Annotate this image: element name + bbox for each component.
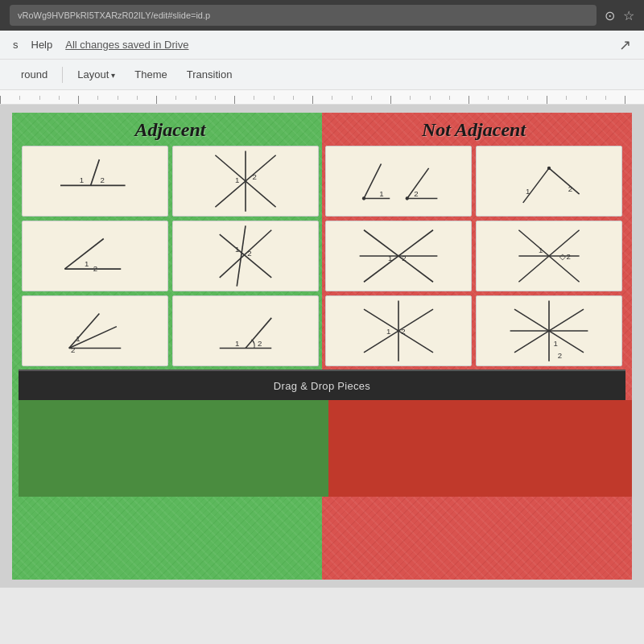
svg-line-1 — [91, 159, 100, 185]
drag-drop-label: Drag & Drop Pieces — [274, 380, 370, 392]
not-adjacent-grid: 1 2 1 2 — [325, 146, 622, 366]
slide-content: Adjacent Not Adjacent — [12, 113, 632, 503]
adjacent-card-3[interactable]: 1 2 — [22, 221, 168, 291]
svg-point-37 — [547, 167, 551, 170]
save-status: All changes saved in Drive — [65, 39, 188, 51]
toolbar-divider — [62, 67, 63, 83]
star-icon[interactable]: ☆ — [623, 8, 634, 23]
adjacent-title: Adjacent — [19, 119, 322, 141]
not-adjacent-card-6[interactable]: 1 2 — [476, 295, 622, 366]
svg-text:1: 1 — [379, 189, 383, 198]
layout-button[interactable]: Layout — [69, 65, 123, 84]
svg-text:2: 2 — [567, 252, 571, 261]
ruler-marks — [0, 96, 644, 104]
section-titles: Adjacent Not Adjacent — [19, 119, 625, 141]
svg-text:2: 2 — [568, 184, 572, 193]
svg-text:2: 2 — [253, 172, 257, 181]
svg-line-36 — [549, 168, 580, 194]
not-adjacent-card-3[interactable]: 1 2 — [325, 221, 472, 291]
url-bar[interactable]: vRoWg9HVBPkRI5TXARzR02ILY/edit#slide=id.… — [10, 5, 597, 26]
menu-help[interactable]: Help — [31, 39, 53, 51]
not-adjacent-card-1[interactable]: 1 2 — [325, 146, 472, 217]
svg-text:2: 2 — [100, 175, 104, 184]
browser-icons: ⊙ ☆ — [605, 8, 634, 23]
browser-chrome: vRoWg9HVBPkRI5TXARzR02ILY/edit#slide=id.… — [0, 0, 644, 31]
not-adjacent-card-2[interactable]: 1 2 — [476, 146, 622, 217]
drag-drop-right[interactable] — [328, 400, 632, 497]
transition-button[interactable]: Transition — [179, 65, 241, 84]
svg-point-32 — [406, 196, 409, 200]
not-adjacent-title: Not Adjacent — [322, 119, 625, 141]
adjacent-card-1[interactable]: 1 2 — [22, 146, 168, 217]
theme-button[interactable]: Theme — [126, 65, 175, 84]
svg-line-28 — [364, 164, 382, 199]
svg-text:2: 2 — [414, 189, 418, 198]
svg-text:1: 1 — [388, 254, 392, 262]
svg-line-15 — [237, 225, 246, 286]
svg-text:2: 2 — [402, 254, 406, 262]
not-adjacent-card-4[interactable]: 1 ◇ 2 — [476, 221, 622, 291]
slide-area[interactable]: Adjacent Not Adjacent — [0, 105, 644, 588]
url-text: vRoWg9HVBPkRI5TXARzR02ILY/edit#slide=id.… — [18, 10, 210, 20]
svg-point-29 — [362, 196, 365, 200]
background-button[interactable]: round — [13, 65, 56, 84]
svg-text:1: 1 — [85, 259, 89, 268]
svg-text:2: 2 — [258, 339, 262, 348]
cards-wrapper: 1 2 1 2 — [19, 146, 625, 366]
svg-text:1: 1 — [539, 246, 543, 254]
svg-text:2: 2 — [247, 249, 251, 258]
svg-text:2: 2 — [93, 264, 97, 273]
svg-line-35 — [523, 168, 549, 203]
not-adjacent-card-5[interactable]: 1 2 — [325, 295, 472, 366]
svg-text:1: 1 — [386, 327, 390, 336]
adjacent-half: 1 2 1 2 — [19, 146, 322, 366]
menu-s[interactable]: s — [13, 39, 19, 51]
drag-drop-content[interactable] — [19, 400, 632, 497]
slide[interactable]: Adjacent Not Adjacent — [12, 113, 632, 580]
drag-drop-bar: Drag & Drop Pieces — [19, 369, 625, 400]
svg-text:1: 1 — [553, 339, 557, 348]
svg-text:1: 1 — [235, 175, 239, 184]
menu-bar: s Help All changes saved in Drive ↗ — [0, 31, 644, 60]
adjacent-card-2[interactable]: 1 2 — [172, 146, 319, 217]
svg-text:◇: ◇ — [559, 252, 566, 261]
svg-text:1: 1 — [235, 339, 239, 348]
adjacent-grid: 1 2 1 2 — [22, 146, 319, 366]
svg-text:1: 1 — [526, 187, 530, 196]
svg-text:1: 1 — [235, 245, 239, 254]
not-adjacent-half: 1 2 1 2 — [322, 146, 625, 366]
svg-text:1: 1 — [76, 334, 80, 343]
adjacent-card-6[interactable]: 1 2 — [172, 295, 319, 366]
adjacent-card-5[interactable]: 1 2 — [22, 295, 168, 366]
ruler — [0, 90, 644, 105]
svg-text:2: 2 — [401, 327, 405, 336]
toolbar: round Layout Theme Transition — [0, 60, 644, 90]
squiggle-icon: ↗ — [619, 36, 631, 54]
adjacent-card-4[interactable]: 1 2 — [172, 221, 319, 291]
svg-text:2: 2 — [71, 345, 75, 354]
record-icon[interactable]: ⊙ — [605, 8, 615, 23]
svg-text:1: 1 — [80, 175, 84, 184]
drag-drop-left[interactable] — [19, 400, 328, 497]
svg-line-19 — [69, 314, 100, 349]
slide-container: Adjacent Not Adjacent — [12, 113, 632, 580]
svg-text:2: 2 — [558, 351, 562, 360]
